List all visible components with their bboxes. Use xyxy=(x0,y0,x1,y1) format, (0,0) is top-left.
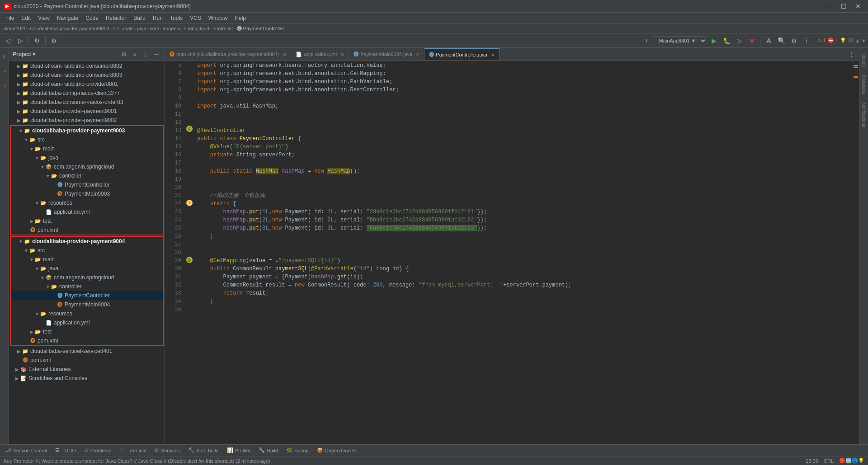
menu-vcs[interactable]: VCS xyxy=(186,14,205,22)
panel-settings[interactable]: — xyxy=(152,50,161,59)
tree-item-test-9004[interactable]: ▶ 📂 test xyxy=(11,327,163,336)
toolbar-debug[interactable]: 🐛 xyxy=(721,35,732,47)
breadcrumb-main[interactable]: main xyxy=(123,26,134,31)
toolbar-more[interactable]: ⋮ xyxy=(801,35,812,47)
toolbar-forward[interactable]: ▷ xyxy=(14,35,26,47)
tree-item-payment9002[interactable]: ▶ 📁 cloudalibaba-provider-payment9002 xyxy=(9,116,165,125)
toolbar-stop[interactable]: ■ xyxy=(746,35,758,47)
bottom-tab-dependencies[interactable]: 📦 Dependencies xyxy=(313,446,360,454)
tab-pom[interactable]: 🅜 pom.xml (cloudalibaba-provider-payment… xyxy=(165,48,291,60)
bottom-tab-services[interactable]: ⚙ Services xyxy=(151,446,184,454)
code-content[interactable]: import org.springframework.beans.factory… xyxy=(193,61,853,444)
tree-item-src-9004[interactable]: ▼ 📂 src xyxy=(11,246,163,255)
tree-item-application-9004[interactable]: ▶ 📄 application.yml xyxy=(11,318,163,327)
toolbar-run[interactable]: ▶ xyxy=(708,35,720,47)
menu-refactor[interactable]: Refactor xyxy=(102,14,130,22)
panel-tree-view[interactable]: ⋮ xyxy=(141,50,150,59)
tab-paymentmain[interactable]: 🅒 PaymentMain9004.java ✕ xyxy=(349,48,425,60)
toolbar-translate[interactable]: A xyxy=(763,35,774,47)
tab-close-controller[interactable]: ✕ xyxy=(491,52,495,57)
tree-item-PaymentController-9004[interactable]: ▶ 🅒 PaymentController xyxy=(11,291,163,300)
bottom-tab-terminal[interactable]: ⬛ Terminal xyxy=(116,446,150,454)
tree-item-resources-9004[interactable]: ▼ 📂 resources xyxy=(11,309,163,318)
bottom-tab-spring[interactable]: 🌿 Spring xyxy=(283,446,312,454)
toolbar-back[interactable]: ◁ xyxy=(2,35,14,47)
toolbar-settings2[interactable]: ⚙ xyxy=(788,35,800,47)
close-button[interactable]: ✕ xyxy=(852,2,864,11)
tree-item-controller-9003[interactable]: ▼ 📂 controller xyxy=(11,171,163,180)
minimize-button[interactable]: — xyxy=(823,2,835,11)
structure-icon[interactable]: S xyxy=(1,64,8,78)
tree-item-java-9004[interactable]: ▼ 📂 java xyxy=(11,264,163,273)
panel-collapse-all[interactable]: ≡ xyxy=(130,50,139,59)
tree-item-PaymentMain9003[interactable]: ▶ 🅐 PaymentMain9003 xyxy=(11,189,163,198)
notifications-panel-icon[interactable]: Notifications xyxy=(860,99,867,131)
breadcrumb-cloud2020[interactable]: cloud2020 xyxy=(4,26,27,31)
tree-item-PaymentController-9003[interactable]: ▶ 🅒 PaymentController xyxy=(11,180,163,189)
tree-item-src-9003[interactable]: ▼ 📂 src xyxy=(11,135,163,144)
scroll-indicator[interactable] xyxy=(853,61,859,444)
tree-item-payment9001[interactable]: ▶ 📁 cloudalibaba-provider-payment9001 xyxy=(9,107,165,116)
menu-help[interactable]: Help xyxy=(231,14,250,22)
tree-item-PaymentMain9004[interactable]: ▶ 🅐 PaymentMain9004 xyxy=(11,300,163,309)
toolbar-settings[interactable]: ⚙ xyxy=(48,35,60,47)
bottom-tab-auto-build[interactable]: 🔨 Auto-build xyxy=(184,446,222,454)
breadcrumb-src[interactable]: src xyxy=(113,26,120,31)
tree-item-cloud-stream-8801[interactable]: ▶ 📁 cloud-stream-rabbitmq-provider8801 xyxy=(9,80,165,89)
panel-expand-all[interactable]: ⊞ xyxy=(119,50,128,59)
menu-build[interactable]: Build xyxy=(130,14,149,22)
breadcrumb-java[interactable]: java xyxy=(137,26,146,31)
tree-item-java-9003[interactable]: ▼ 📂 java xyxy=(11,153,163,162)
toolbar-run-with-coverage[interactable]: ▷ xyxy=(733,35,745,47)
tab-appyml[interactable]: 📄 application.yml ✕ xyxy=(291,48,349,60)
tree-item-cloud-stream-8802[interactable]: ▶ 📁 cloud-stream-rabbitmq-consumer8802 xyxy=(9,61,165,70)
breadcrumb-com[interactable]: com xyxy=(150,26,159,31)
bottom-tab-profiler[interactable]: 📊 Profiler xyxy=(223,446,255,454)
tab-close-main[interactable]: ✕ xyxy=(416,52,420,57)
tree-item-pom-9004[interactable]: ▶ 🅜 pom.xml xyxy=(11,336,163,345)
run-config-selector[interactable]: MainApp8401 ▼ xyxy=(653,36,707,45)
tree-item-nacos-3377[interactable]: ▶ 📁 cloudalibaba-config-nacos-client3377 xyxy=(9,89,165,98)
tree-item-external-libs[interactable]: ▶ 📚 External Libraries xyxy=(9,365,165,374)
tree-item-main-9004[interactable]: ▼ 📂 main xyxy=(11,255,163,264)
tree-item-nacos-order83[interactable]: ▶ 📁 cloudalibaba-consumer-nacos-order83 xyxy=(9,98,165,107)
maven-panel-icon[interactable]: Maven xyxy=(860,50,867,70)
bottom-tab-build[interactable]: 🔧 Build xyxy=(255,446,281,454)
tree-item-pom-root[interactable]: ▶ 🅜 pom.xml xyxy=(9,356,165,365)
menu-run[interactable]: Run xyxy=(149,14,166,22)
tree-item-pom-9003[interactable]: ▶ 🅜 pom.xml xyxy=(11,225,163,235)
menu-view[interactable]: View xyxy=(34,14,53,22)
breadcrumb-controller[interactable]: controller xyxy=(213,26,233,31)
toolbar-add-config[interactable]: + xyxy=(640,35,652,47)
tab-close-yml[interactable]: ✕ xyxy=(340,52,344,57)
tree-item-main-9003[interactable]: ▼ 📂 main xyxy=(11,144,163,153)
tree-item-test-9003[interactable]: ▶ 📂 test xyxy=(11,216,163,225)
menu-edit[interactable]: Edit xyxy=(18,14,34,22)
menu-navigate[interactable]: Navigate xyxy=(53,14,82,22)
project-icon[interactable]: P xyxy=(1,50,8,63)
breadcrumb-module[interactable]: cloudalibaba-provider-payment9004 xyxy=(30,26,109,31)
tree-item-application-9003[interactable]: ▶ 📄 application.yml xyxy=(11,207,163,216)
breadcrumb-angenin[interactable]: angenin xyxy=(163,26,180,31)
tab-paymentcontroller[interactable]: 🅒 PaymentController.java ✕ xyxy=(425,48,500,60)
tree-item-payment9003[interactable]: ▼ 📁 cloudalibaba-provider-payment9003 xyxy=(11,126,163,135)
tree-item-resources-9003[interactable]: ▼ 📂 resources xyxy=(11,198,163,207)
tree-item-payment9004[interactable]: ▼ 📁 cloudalibaba-provider-payment9004 xyxy=(11,237,163,246)
tree-item-sentinel-8401[interactable]: ▶ 📁 cloudalibaba-sentinel-service8401 xyxy=(9,347,165,356)
menu-window[interactable]: Window xyxy=(205,14,231,22)
tree-item-com-9003[interactable]: ▼ 📦 com.angenin.springcloud xyxy=(11,162,163,171)
tab-close-pom[interactable]: ✕ xyxy=(283,52,286,57)
tree-item-controller-9004[interactable]: ▼ 📂 controller xyxy=(11,282,163,291)
tree-item-com-9004[interactable]: ▼ 📦 com.angenin.springcloud xyxy=(11,273,163,282)
menu-code[interactable]: Code xyxy=(82,14,102,22)
breadcrumb-springcloud[interactable]: springcloud xyxy=(184,26,209,31)
bottom-tab-todo[interactable]: ☰ TODO xyxy=(52,446,80,454)
menu-file[interactable]: File xyxy=(2,14,18,22)
menu-tools[interactable]: Tools xyxy=(166,14,186,22)
tree-item-cloud-stream-8803[interactable]: ▶ 📁 cloud-stream-rabbitmq-consumer8803 xyxy=(9,70,165,80)
toolbar-search[interactable]: 🔍 xyxy=(775,35,787,47)
tree-item-scratches[interactable]: ▶ 📝 Scratches and Consoles xyxy=(9,374,165,383)
maximize-button[interactable]: ☐ xyxy=(837,2,850,11)
database-panel-icon[interactable]: Database xyxy=(860,71,867,98)
breadcrumb-class[interactable]: 🅒 PaymentController xyxy=(237,26,284,31)
